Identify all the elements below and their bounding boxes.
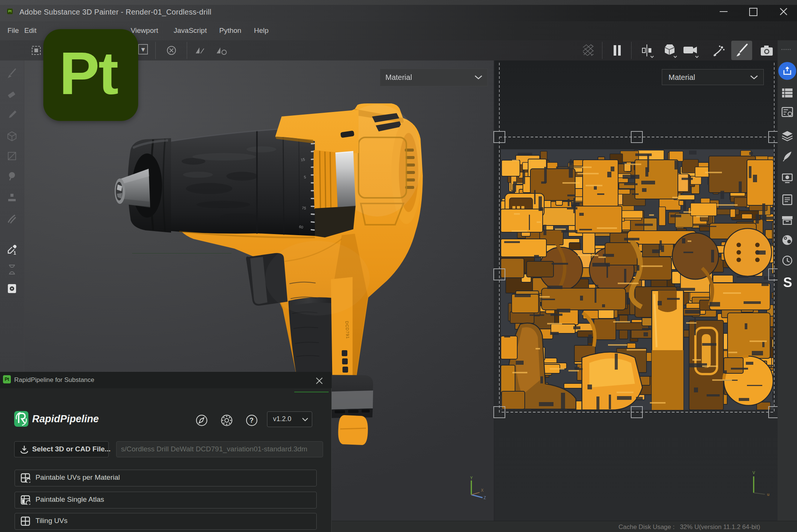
svg-text:DCD791: DCD791 — [345, 321, 350, 339]
svg-text:Y: Y — [470, 476, 473, 480]
svg-text:Z: Z — [484, 496, 486, 500]
svg-text:?: ? — [249, 417, 254, 424]
svg-text:75: 75 — [302, 206, 307, 211]
svg-text:1: 1 — [13, 250, 16, 255]
svg-text:u: u — [767, 492, 769, 497]
svg-text:V: V — [753, 471, 755, 475]
svg-text:X: X — [481, 488, 484, 492]
